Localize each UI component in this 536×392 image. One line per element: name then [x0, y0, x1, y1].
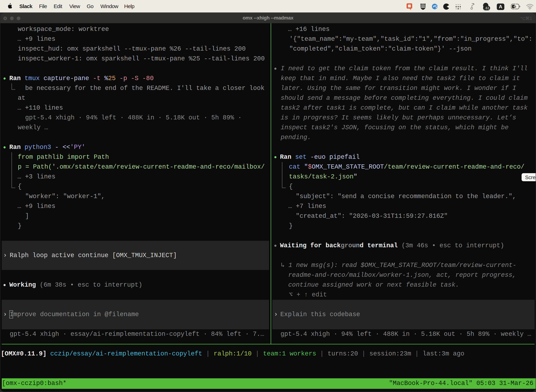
svg-text:..61: ..61: [483, 6, 489, 10]
